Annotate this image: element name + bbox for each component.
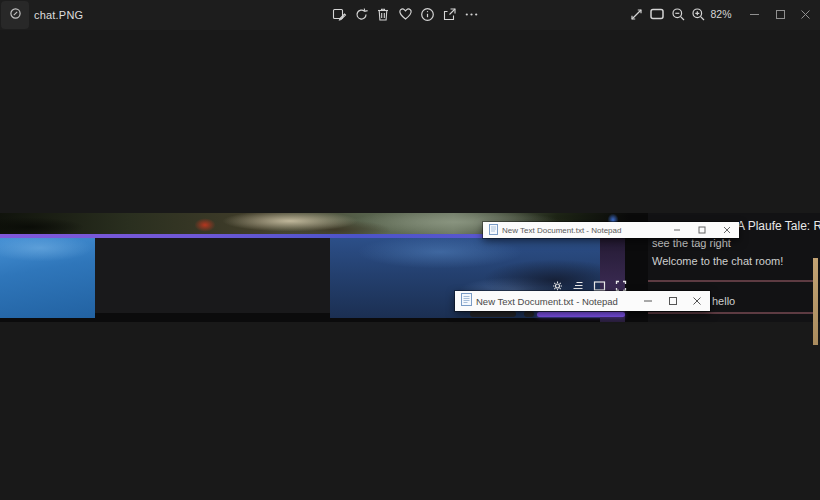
favorite-heart-button[interactable] [397, 6, 413, 22]
zoom-level-label: 82% [706, 8, 736, 20]
titlebar[interactable]: chat.PNG [0, 0, 820, 30]
player-bar-pill [470, 311, 516, 317]
maximize-button[interactable] [771, 6, 789, 22]
dark-panel [95, 238, 330, 313]
notepad-icon [489, 221, 498, 239]
chat-message: Welcome to the chat room! [652, 255, 783, 267]
photos-app-window: chat.PNG [0, 0, 820, 500]
notepad-window-title: New Text Document.txt - Notepad [502, 226, 621, 235]
blue-thumbnail [0, 238, 95, 318]
maximize-button[interactable] [691, 222, 713, 238]
notepad-window-1-titlebar[interactable]: New Text Document.txt - Notepad [483, 222, 739, 238]
chat-divider [648, 280, 813, 282]
photos-app-icon [9, 6, 22, 24]
maximize-button[interactable] [662, 291, 684, 311]
close-button[interactable] [716, 222, 738, 238]
chat-message: hello [712, 295, 735, 307]
minimize-button[interactable] [745, 6, 763, 22]
delete-button[interactable] [375, 6, 391, 22]
minimize-button[interactable] [637, 291, 659, 311]
notepad-icon [461, 292, 472, 310]
player-bar-pill [524, 311, 534, 317]
purple-progress-bar [537, 312, 625, 317]
share-button[interactable] [441, 6, 457, 22]
actual-size-button[interactable] [628, 6, 644, 22]
close-button[interactable] [686, 291, 708, 311]
info-button[interactable] [419, 6, 435, 22]
more-options-button[interactable] [463, 6, 479, 22]
rotate-button[interactable] [353, 6, 369, 22]
gold-scrollbar-sliver [813, 258, 818, 345]
notepad-window-2-titlebar[interactable]: New Text Document.txt - Notepad [455, 291, 710, 311]
notepad-window-title: New Text Document.txt - Notepad [476, 296, 618, 307]
center-toolbar [331, 6, 479, 22]
chat-message: see the tag right [652, 237, 731, 249]
edit-image-button[interactable] [331, 6, 347, 22]
minimize-button[interactable] [666, 222, 688, 238]
stream-title: A Plaufe Tale: Requi [737, 219, 820, 233]
chat-divider [648, 312, 813, 314]
zoom-in-button[interactable] [690, 6, 706, 22]
fit-to-window-button[interactable] [649, 6, 665, 22]
close-button[interactable] [796, 6, 814, 22]
page-title: chat.PNG [34, 9, 83, 21]
app-icon-button[interactable] [1, 1, 29, 29]
zoom-out-button[interactable] [670, 6, 686, 22]
